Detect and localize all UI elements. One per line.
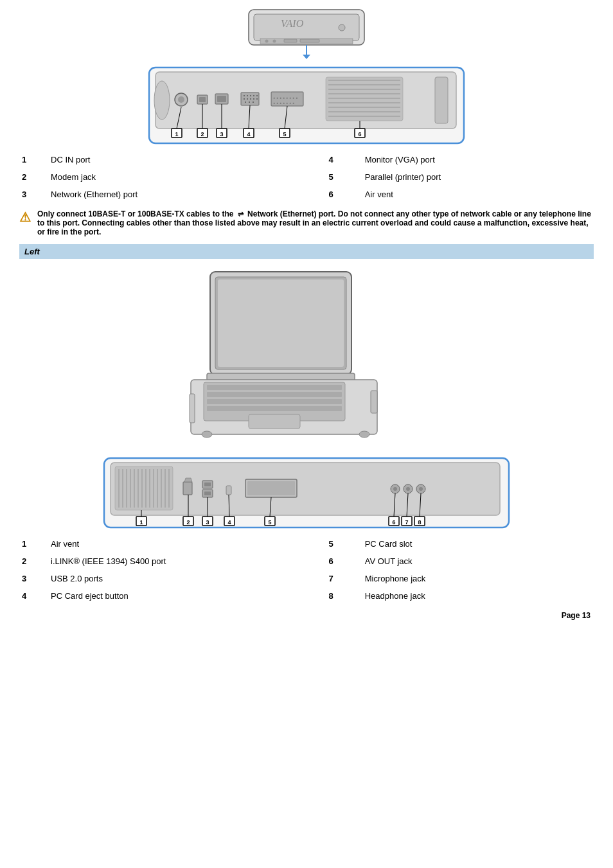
svg-point-23 — [247, 95, 248, 96]
left-legend-desc-2: i.LINK® (IEEE 1394) S400 port — [48, 553, 303, 570]
svg-rect-7 — [284, 39, 297, 42]
svg-text:VAIO: VAIO — [281, 18, 304, 29]
svg-text:8: 8 — [418, 519, 421, 526]
svg-point-112 — [419, 487, 423, 491]
top-view-container: VAIO — [19, 6, 594, 148]
warning-text: Only connect 10BASE-T or 100BASE-TX cabl… — [37, 209, 594, 236]
svg-point-34 — [253, 102, 254, 103]
svg-text:7: 7 — [405, 519, 408, 526]
svg-text:1: 1 — [175, 131, 178, 137]
svg-point-16 — [178, 96, 184, 103]
left-legend-row-4: 4 PC Card eject button 8 Headphone jack — [19, 587, 594, 605]
svg-rect-72 — [207, 385, 342, 390]
svg-rect-8 — [300, 39, 319, 42]
svg-rect-68 — [218, 279, 344, 367]
svg-text:1: 1 — [139, 519, 143, 526]
svg-rect-20 — [217, 96, 226, 102]
back-legend-table: 1 DC IN port 4 Monitor (VGA) port 2 Mode… — [19, 151, 594, 203]
legend-num2-5: 5 — [303, 168, 362, 186]
svg-text:6: 6 — [358, 131, 361, 137]
legend-desc2-5: Parallel (printer) port — [362, 168, 594, 186]
svg-rect-74 — [207, 399, 342, 404]
svg-point-5 — [265, 40, 269, 43]
svg-point-24 — [250, 95, 251, 96]
left-legend-desc-4: PC Card eject button — [48, 587, 303, 605]
legend-desc-3: Network (Ethernet) port — [48, 186, 303, 203]
left-legend-num2-6: 6 — [303, 553, 362, 570]
svg-text:5: 5 — [268, 519, 271, 526]
svg-point-79 — [202, 431, 212, 438]
legend-num-2: 2 — [19, 168, 48, 186]
svg-text:2: 2 — [186, 519, 190, 526]
left-panel-svg: 1 2 3 4 5 6 7 8 — [101, 455, 512, 532]
legend-num-1: 1 — [19, 151, 48, 168]
left-legend-table: 1 Air vent 5 PC Card slot 2 i.LINK® (IEE… — [19, 535, 594, 605]
left-legend-desc2-7: Microphone jack — [362, 570, 594, 587]
svg-text:3: 3 — [220, 131, 223, 137]
legend-row-2: 2 Modem jack 5 Parallel (printer) port — [19, 168, 594, 186]
svg-point-13 — [154, 81, 170, 120]
svg-rect-104 — [226, 486, 231, 495]
svg-text:4: 4 — [247, 131, 250, 137]
left-diagrams-container: 1 2 3 4 5 6 7 8 — [19, 265, 594, 532]
left-legend-row-2: 2 i.LINK® (IEEE 1394) S400 port 6 AV OUT… — [19, 553, 594, 570]
svg-rect-75 — [207, 406, 342, 411]
back-panel-svg: ●●●●●●●● ●●●●●●● 1 2 3 — [146, 64, 467, 148]
network-symbol-icon: ⇌ — [238, 210, 244, 218]
left-laptop-diagram-container — [19, 265, 594, 452]
svg-point-29 — [250, 98, 251, 100]
legend-num-3: 3 — [19, 186, 48, 203]
svg-point-27 — [244, 98, 245, 100]
svg-text:●●●●●●●: ●●●●●●● — [273, 101, 296, 105]
legend-row-1: 1 DC IN port 4 Monitor (VGA) port — [19, 151, 594, 168]
svg-point-31 — [256, 98, 258, 100]
svg-rect-14 — [435, 77, 448, 123]
svg-rect-78 — [371, 391, 377, 413]
left-section-header: Left — [19, 244, 594, 259]
left-legend-desc-3: USB 2.0 ports — [48, 570, 303, 587]
left-legend-num-1: 1 — [19, 535, 48, 553]
svg-rect-77 — [190, 394, 195, 423]
svg-text:●●●●●●●●: ●●●●●●●● — [273, 96, 299, 100]
svg-rect-106 — [247, 481, 295, 495]
left-legend-num-3: 3 — [19, 570, 48, 587]
svg-rect-73 — [207, 392, 342, 397]
page-number-text: Page 13 — [562, 611, 591, 620]
left-legend-desc-1: Air vent — [48, 535, 303, 553]
svg-point-6 — [273, 40, 276, 43]
legend-row-3: 3 Network (Ethernet) port 6 Air vent — [19, 186, 594, 203]
svg-point-28 — [247, 98, 248, 100]
legend-desc-1: DC IN port — [48, 151, 303, 168]
svg-point-80 — [359, 431, 369, 438]
legend-desc2-4: Monitor (VGA) port — [362, 151, 594, 168]
svg-text:5: 5 — [283, 131, 286, 137]
svg-point-26 — [256, 95, 258, 96]
left-legend-desc2-5: PC Card slot — [362, 535, 594, 553]
svg-point-108 — [393, 487, 397, 491]
back-diagram-wrapper: VAIO — [146, 6, 467, 148]
svg-rect-103 — [204, 492, 211, 495]
svg-text:3: 3 — [206, 519, 209, 526]
left-legend-num2-7: 7 — [303, 570, 362, 587]
svg-point-25 — [253, 95, 254, 96]
svg-point-30 — [253, 98, 254, 100]
svg-marker-99 — [184, 478, 192, 482]
warning-text-1: Only connect 10BASE-T or 100BASE-TX cabl… — [37, 209, 233, 218]
left-legend-num-2: 2 — [19, 553, 48, 570]
laptop-left-perspective-svg — [172, 265, 441, 452]
svg-text:6: 6 — [392, 519, 395, 526]
left-legend-row-1: 1 Air vent 5 PC Card slot — [19, 535, 594, 553]
legend-desc2-6: Air vent — [362, 186, 594, 203]
svg-rect-76 — [249, 414, 300, 429]
left-legend-num2-8: 8 — [303, 587, 362, 605]
legend-desc-2: Modem jack — [48, 168, 303, 186]
svg-point-33 — [249, 102, 250, 103]
svg-text:2: 2 — [200, 131, 204, 137]
left-panel-diagram-container: 1 2 3 4 5 6 7 8 — [19, 455, 594, 532]
left-section-label: Left — [24, 247, 40, 256]
svg-text:4: 4 — [227, 519, 231, 526]
svg-point-110 — [406, 487, 410, 491]
svg-rect-18 — [199, 97, 206, 102]
warning-box: ⚠ Only connect 10BASE-T or 100BASE-TX ca… — [19, 209, 594, 236]
laptop-top-svg: VAIO — [217, 6, 396, 64]
